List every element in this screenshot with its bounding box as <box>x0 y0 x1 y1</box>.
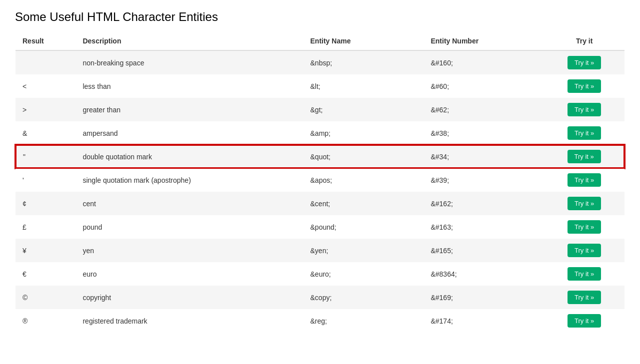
cell-result: ¢ <box>16 192 76 215</box>
try-it-button[interactable]: Try it » <box>568 197 601 210</box>
cell-entity-name: &euro; <box>304 262 424 286</box>
cell-result: ® <box>16 309 76 333</box>
cell-entity-name: &gt; <box>304 98 424 121</box>
cell-entity-name: &cent; <box>304 192 424 215</box>
try-it-button[interactable]: Try it » <box>568 103 601 116</box>
header-try-it: Try it <box>544 32 624 50</box>
cell-description: greater than <box>76 98 303 121</box>
cell-entity-name: &yen; <box>304 239 424 262</box>
cell-description: yen <box>76 239 303 262</box>
table-row: £pound&pound;&#163;Try it » <box>16 215 624 239</box>
cell-entity-number: &#165; <box>424 239 544 262</box>
cell-result: ' <box>16 168 76 192</box>
cell-entity-number: &#174; <box>424 309 544 333</box>
cell-result: < <box>16 74 76 98</box>
try-it-button[interactable]: Try it » <box>568 56 601 69</box>
cell-entity-number: &#8364; <box>424 262 544 286</box>
cell-try-it: Try it » <box>544 98 624 121</box>
try-it-button[interactable]: Try it » <box>568 150 601 163</box>
cell-entity-name: &nbsp; <box>304 50 424 74</box>
cell-entity-number: &#34; <box>424 145 544 168</box>
cell-entity-number: &#38; <box>424 121 544 145</box>
try-it-button[interactable]: Try it » <box>568 314 601 328</box>
cell-try-it: Try it » <box>544 145 624 168</box>
header-entity-number: Entity Number <box>424 32 544 50</box>
table-row: &ampersand&amp;&#38;Try it » <box>16 121 624 145</box>
table-row: non-breaking space&nbsp;&#160;Try it » <box>16 50 624 74</box>
table-row: <less than&lt;&#60;Try it » <box>16 74 624 98</box>
cell-try-it: Try it » <box>544 239 624 262</box>
header-entity-name: Entity Name <box>304 32 424 50</box>
cell-try-it: Try it » <box>544 309 624 333</box>
cell-entity-name: &amp; <box>304 121 424 145</box>
cell-result <box>16 50 76 74</box>
cell-try-it: Try it » <box>544 215 624 239</box>
cell-result: € <box>16 262 76 286</box>
cell-description: single quotation mark (apostrophe) <box>76 168 303 192</box>
cell-try-it: Try it » <box>544 50 624 74</box>
cell-entity-name: &pound; <box>304 215 424 239</box>
try-it-button[interactable]: Try it » <box>568 173 601 187</box>
try-it-button[interactable]: Try it » <box>568 220 601 234</box>
cell-try-it: Try it » <box>544 262 624 286</box>
cell-try-it: Try it » <box>544 74 624 98</box>
table-row: ¥yen&yen;&#165;Try it » <box>16 239 624 262</box>
try-it-button[interactable]: Try it » <box>568 126 601 140</box>
try-it-button[interactable]: Try it » <box>568 267 601 281</box>
try-it-button[interactable]: Try it » <box>568 291 601 304</box>
cell-description: registered trademark <box>76 309 303 333</box>
try-it-button[interactable]: Try it » <box>568 244 601 257</box>
cell-description: pound <box>76 215 303 239</box>
cell-description: double quotation mark <box>76 145 303 168</box>
cell-entity-number: &#162; <box>424 192 544 215</box>
cell-result: ¥ <box>16 239 76 262</box>
header-description: Description <box>76 32 303 50</box>
cell-description: ampersand <box>76 121 303 145</box>
cell-entity-name: &lt; <box>304 74 424 98</box>
cell-description: euro <box>76 262 303 286</box>
cell-entity-name: &quot; <box>304 145 424 168</box>
table-row: 'single quotation mark (apostrophe)&apos… <box>16 168 624 192</box>
table-header-row: Result Description Entity Name Entity Nu… <box>16 32 624 50</box>
cell-result: £ <box>16 215 76 239</box>
table-row: €euro&euro;&#8364;Try it » <box>16 262 624 286</box>
cell-entity-number: &#39; <box>424 168 544 192</box>
cell-entity-number: &#62; <box>424 98 544 121</box>
try-it-button[interactable]: Try it » <box>568 79 601 93</box>
cell-description: less than <box>76 74 303 98</box>
table-row: "double quotation mark&quot;&#34;Try it … <box>16 145 624 168</box>
table-row: >greater than&gt;&#62;Try it » <box>16 98 624 121</box>
table-row: ®registered trademark&reg;&#174;Try it » <box>16 309 624 333</box>
cell-entity-number: &#160; <box>424 50 544 74</box>
cell-entity-number: &#163; <box>424 215 544 239</box>
cell-entity-name: &copy; <box>304 286 424 309</box>
cell-try-it: Try it » <box>544 168 624 192</box>
table-row: ©copyright&copy;&#169;Try it » <box>16 286 624 309</box>
cell-entity-number: &#60; <box>424 74 544 98</box>
table-row: ¢cent&cent;&#162;Try it » <box>16 192 624 215</box>
cell-description: copyright <box>76 286 303 309</box>
header-result: Result <box>16 32 76 50</box>
cell-try-it: Try it » <box>544 192 624 215</box>
cell-entity-name: &apos; <box>304 168 424 192</box>
cell-result: © <box>16 286 76 309</box>
cell-try-it: Try it » <box>544 121 624 145</box>
cell-entity-number: &#169; <box>424 286 544 309</box>
cell-result: > <box>16 98 76 121</box>
cell-description: non-breaking space <box>76 50 303 74</box>
page-title: Some Useful HTML Character Entities <box>15 10 625 24</box>
cell-result: " <box>16 145 76 168</box>
cell-result: & <box>16 121 76 145</box>
cell-try-it: Try it » <box>544 286 624 309</box>
character-entities-table: Result Description Entity Name Entity Nu… <box>15 32 625 333</box>
cell-description: cent <box>76 192 303 215</box>
cell-entity-name: &reg; <box>304 309 424 333</box>
